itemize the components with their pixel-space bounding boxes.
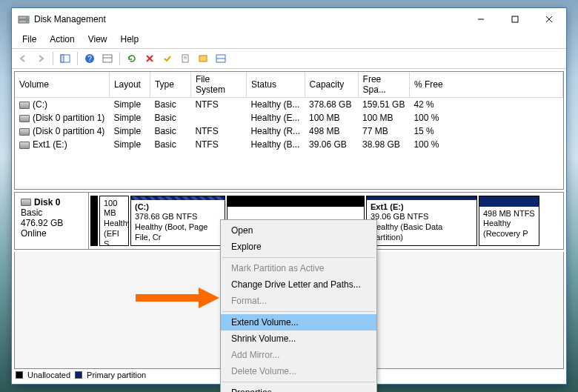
- ctx-extend-volume[interactable]: Extend Volume...: [221, 314, 376, 330]
- disk-state: Online: [21, 228, 47, 239]
- disk-header[interactable]: Disk 0 Basic 476.92 GB Online: [15, 193, 89, 249]
- col-type[interactable]: Type: [150, 72, 190, 98]
- volume-row[interactable]: Ext1 (E:)SimpleBasicNTFSHealthy (B...39.…: [15, 138, 563, 151]
- partition[interactable]: 498 MB NTFSHealthy (Recovery P: [479, 196, 539, 246]
- legend-primary: Primary partition: [87, 371, 146, 379]
- col-status[interactable]: Status: [246, 72, 305, 98]
- window-title: Disk Management: [34, 14, 464, 24]
- menu-action[interactable]: Action: [44, 32, 80, 47]
- settings-button[interactable]: [99, 50, 116, 67]
- toolbar: ?: [12, 48, 566, 69]
- ctx-properties[interactable]: Properties: [221, 385, 376, 392]
- partition[interactable]: 100 MBHealthy (EFI S: [99, 196, 129, 246]
- ctx-mark-active: Mark Partition as Active: [221, 260, 376, 276]
- ctx-shrink-volume[interactable]: Shrink Volume...: [221, 330, 376, 347]
- col-layout[interactable]: Layout: [109, 72, 150, 98]
- ctx-format: Format...: [221, 293, 376, 309]
- layout-button[interactable]: [213, 50, 229, 67]
- legend-swatch-primary: [75, 371, 82, 379]
- svg-text:?: ?: [87, 55, 92, 63]
- maximize-button[interactable]: [498, 8, 532, 30]
- ctx-open[interactable]: Open: [221, 222, 376, 239]
- disk-size: 476.92 GB: [21, 218, 63, 228]
- volume-list[interactable]: Volume Layout Type File System Status Ca…: [14, 71, 564, 190]
- svg-rect-19: [199, 56, 207, 62]
- legend-unallocated: Unallocated: [27, 371, 70, 379]
- disk-icon: [21, 199, 31, 206]
- col-capacity[interactable]: Capacity: [305, 72, 358, 98]
- svg-point-2: [26, 17, 27, 19]
- volume-header-row[interactable]: Volume Layout Type File System Status Ca…: [15, 72, 563, 98]
- titlebar[interactable]: Disk Management: [12, 8, 566, 30]
- action-button[interactable]: [195, 50, 211, 67]
- properties-button[interactable]: [177, 50, 193, 67]
- app-icon: [18, 13, 30, 25]
- col-fs[interactable]: File System: [190, 72, 246, 98]
- volume-row[interactable]: (C:)SimpleBasicNTFSHealthy (B...378.68 G…: [15, 98, 563, 112]
- close-button[interactable]: [532, 8, 566, 30]
- svg-point-3: [26, 21, 27, 22]
- scope-button[interactable]: [57, 50, 73, 67]
- apply-button[interactable]: [159, 50, 176, 67]
- col-pct[interactable]: % Free: [409, 72, 562, 98]
- legend-swatch-unallocated: [16, 371, 23, 379]
- col-free[interactable]: Free Spa...: [358, 72, 409, 98]
- menubar: File Action View Help: [12, 30, 566, 48]
- menu-view[interactable]: View: [82, 32, 113, 47]
- partition[interactable]: (C:)378.68 GB NTFSHealthy (Boot, Page Fi…: [130, 196, 225, 246]
- col-volume[interactable]: Volume: [15, 72, 109, 98]
- volume-row[interactable]: (Disk 0 partition 4)SimpleBasicNTFSHealt…: [15, 124, 563, 138]
- volume-row[interactable]: (Disk 0 partition 1)SimpleBasicHealthy (…: [15, 111, 563, 124]
- back-button: [15, 50, 31, 67]
- refresh-button[interactable]: [124, 50, 140, 67]
- help-button[interactable]: ?: [82, 50, 98, 67]
- context-menu: Open Explore Mark Partition as Active Ch…: [220, 219, 377, 392]
- disk-label: Disk 0: [34, 197, 60, 207]
- delete-button[interactable]: [142, 50, 158, 67]
- svg-rect-5: [512, 16, 518, 22]
- ctx-add-mirror: Add Mirror...: [221, 347, 376, 363]
- svg-rect-12: [103, 55, 112, 62]
- partition[interactable]: Ext1 (E:)39.06 GB NTFSHealthy (Basic Dat…: [366, 196, 477, 246]
- svg-rect-9: [61, 55, 64, 62]
- forward-button: [33, 50, 49, 67]
- menu-file[interactable]: File: [16, 32, 42, 47]
- menu-help[interactable]: Help: [115, 32, 145, 47]
- disk-type: Basic: [21, 207, 42, 218]
- minimize-button[interactable]: [464, 8, 498, 30]
- ctx-change-letter[interactable]: Change Drive Letter and Paths...: [221, 276, 376, 293]
- ctx-explore[interactable]: Explore: [221, 239, 376, 255]
- ctx-delete-volume: Delete Volume...: [221, 363, 376, 379]
